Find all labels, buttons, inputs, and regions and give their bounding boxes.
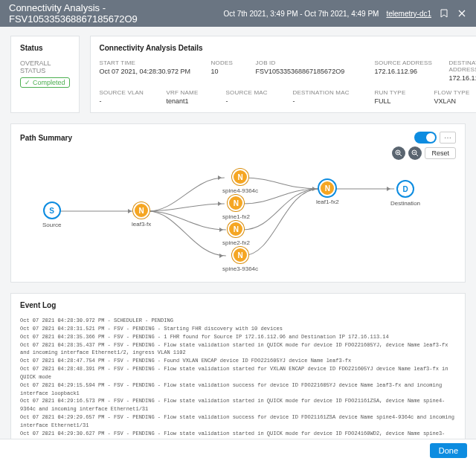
detail-cell: FLOW TYPEVXLAN	[434, 89, 476, 105]
event-log-line: Oct 07 2021 04:28:31.521 PM - FSV - PEND…	[20, 325, 456, 333]
detail-value: tenant1	[167, 97, 211, 105]
detail-label: SOURCE ADDRESS	[375, 59, 434, 66]
detail-value: -	[226, 97, 278, 105]
event-log-card: Event Log Oct 07 2021 04:28:30.972 PM - …	[10, 293, 466, 461]
node-leaf3[interactable]: N	[133, 202, 149, 219]
detail-value: FULL	[375, 97, 419, 105]
detail-value: VXLAN	[434, 97, 476, 105]
reset-button[interactable]: Reset	[425, 147, 456, 159]
path-summary-title: Path Summary	[20, 134, 414, 142]
detail-cell: SOURCE VLAN-	[100, 89, 152, 105]
detail-label: SOURCE VLAN	[100, 89, 152, 96]
zoom-in-button[interactable]	[392, 146, 405, 160]
node-spine2[interactable]: N	[228, 221, 244, 237]
source-node[interactable]: S	[43, 202, 61, 219]
footer-bar: Done	[0, 439, 476, 461]
event-log-title: Event Log	[20, 301, 456, 309]
node-spine4[interactable]: N	[232, 169, 248, 185]
page-header: Connectivity Analysis - FSV1053353688671…	[0, 0, 476, 27]
detail-cell: START TIMEOct 07 2021, 04:28:30.972 PM	[100, 59, 196, 82]
detail-cell: RUN TYPEFULL	[375, 89, 419, 105]
event-log-line: Oct 07 2021 04:28:35.366 PM - FSV - PEND…	[20, 333, 456, 341]
detail-label: VRF NAME	[167, 89, 211, 96]
done-button[interactable]: Done	[430, 443, 467, 458]
destination-node[interactable]: D	[396, 180, 414, 198]
detail-cell: SOURCE MAC-	[226, 89, 278, 105]
details-card: Connectivity Analysis Details START TIME…	[90, 36, 476, 113]
event-log-line: Oct 07 2021 04:28:35.437 PM - FSV - PEND…	[20, 341, 456, 358]
event-log-line: Oct 07 2021 04:28:48.391 PM - FSV - PEND…	[20, 365, 456, 381]
path-summary-card: Path Summary ⋯ Reset	[10, 123, 466, 283]
detail-value: -	[100, 97, 152, 105]
detail-value: 172.16.113.14	[449, 74, 476, 82]
path-toggle[interactable]	[414, 132, 437, 144]
detail-label: FLOW TYPE	[434, 89, 476, 96]
event-log-line: Oct 07 2021 04:29:16.573 PM - FSV - PEND…	[20, 397, 456, 413]
status-card: Status OVERALL STATUS ✓ Completed	[10, 36, 80, 113]
status-badge: ✓ Completed	[20, 77, 70, 88]
destination-label: Destination	[390, 200, 420, 207]
close-icon[interactable]	[457, 8, 467, 19]
node-spine2-label: spine2-fx2	[222, 239, 250, 246]
detail-cell: VRF NAMEtenant1	[167, 89, 211, 105]
overall-status-label: OVERALL STATUS	[20, 59, 70, 74]
node-leaf1[interactable]: N	[319, 180, 335, 196]
detail-cell: NODES10	[211, 59, 241, 82]
detail-label: RUN TYPE	[375, 89, 419, 96]
node-leaf1-label: leaf1-fx2	[316, 199, 339, 205]
node-spine4-label: spine4-9364c	[222, 187, 258, 194]
detail-label: DESTINATION ADDRESS	[449, 59, 476, 73]
detail-value: Oct 07 2021, 04:28:30.972 PM	[100, 68, 196, 75]
check-icon: ✓	[25, 79, 30, 86]
source-label: Source	[42, 222, 61, 228]
svg-line-5	[416, 154, 418, 156]
detail-cell: DESTINATION MAC-	[293, 89, 360, 105]
detail-cell: JOB IDFSV105335368867185672O9	[256, 59, 360, 82]
event-log-line: Oct 07 2021 04:29:15.594 PM - FSV - PEND…	[20, 381, 456, 398]
event-log-line: Oct 07 2021 04:28:30.972 PM - SCHEDULER …	[20, 317, 456, 325]
event-log-line: Oct 07 2021 04:28:47.754 PM - FSV - PEND…	[20, 357, 456, 365]
time-range: Oct 7th 2021, 3:49 PM - Oct 7th 2021, 4:…	[223, 10, 379, 18]
node-spine1-label: spine1-fx2	[222, 213, 250, 220]
detail-cell: DESTINATION ADDRESS172.16.113.14	[449, 59, 476, 82]
detail-value: 10	[211, 68, 241, 75]
bookmark-icon[interactable]	[439, 8, 449, 19]
detail-label: START TIME	[100, 59, 196, 66]
telemetry-source[interactable]: telemetry-dc1	[386, 10, 431, 18]
detail-value: FSV105335368867185672O9	[256, 68, 360, 75]
node-spine3-label: spine3-9364c	[222, 265, 258, 272]
detail-cell: SOURCE ADDRESS172.16.112.96	[375, 59, 434, 82]
details-card-title: Connectivity Analysis Details	[100, 44, 476, 52]
node-leaf3-label: leaf3-fx	[132, 221, 151, 228]
node-spine1[interactable]: N	[228, 195, 244, 211]
page-title: Connectivity Analysis - FSV1053353688671…	[9, 2, 223, 25]
path-options-button[interactable]: ⋯	[440, 132, 456, 144]
status-card-title: Status	[20, 44, 70, 52]
detail-label: NODES	[211, 59, 241, 66]
zoom-out-button[interactable]	[408, 146, 422, 160]
event-log-line: Oct 07 2021 04:29:29.657 PM - FSV - PEND…	[20, 413, 456, 430]
detail-label: JOB ID	[256, 59, 360, 66]
svg-line-1	[399, 154, 402, 156]
detail-label: SOURCE MAC	[226, 89, 278, 96]
detail-value: -	[293, 97, 360, 105]
path-diagram[interactable]: S Source N leaf3-fx N spine4-9364c N spi…	[20, 163, 456, 274]
node-spine3[interactable]: N	[232, 247, 248, 263]
status-value: Completed	[33, 79, 65, 86]
detail-value: 172.16.112.96	[375, 68, 434, 75]
detail-label: DESTINATION MAC	[293, 89, 360, 96]
